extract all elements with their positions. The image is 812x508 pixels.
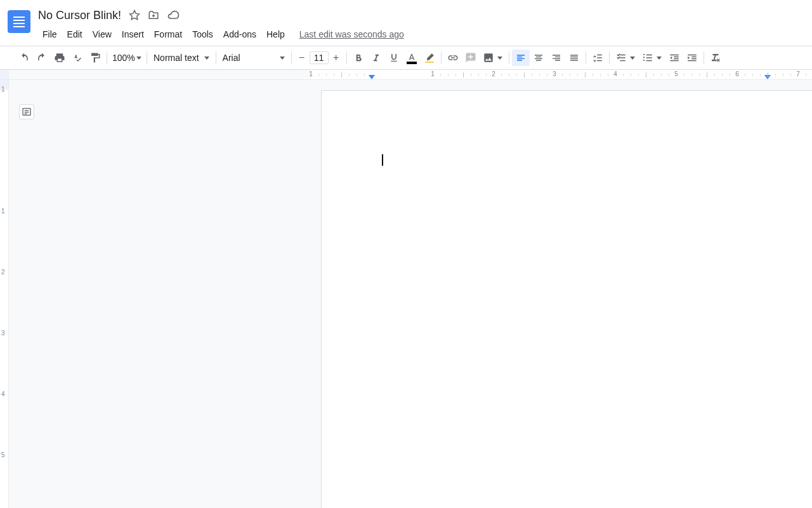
separator	[346, 51, 347, 64]
horizontal-ruler[interactable]: 11234567	[0, 70, 812, 80]
separator	[586, 51, 586, 64]
increase-indent-button[interactable]	[683, 50, 701, 66]
line-spacing-button[interactable]	[589, 50, 606, 66]
star-icon[interactable]	[129, 10, 140, 21]
menu-format[interactable]: Format	[150, 27, 187, 42]
separator	[107, 51, 107, 64]
title-area: No Cursor Blink! File Edit View Insert F…	[38, 5, 812, 42]
separator	[609, 51, 610, 64]
document-title[interactable]: No Cursor Blink!	[38, 9, 121, 22]
zoom-value: 100%	[112, 53, 135, 63]
dropdown-arrow-icon	[657, 57, 665, 60]
zoom-select[interactable]: 100%	[110, 53, 144, 63]
document-outline-button[interactable]	[19, 104, 34, 119]
dropdown-arrow-icon	[630, 57, 639, 60]
redo-button[interactable]	[33, 50, 51, 66]
dropdown-arrow-icon	[280, 57, 285, 60]
italic-button[interactable]	[367, 50, 385, 66]
paragraph-style-select[interactable]: Normal text	[150, 53, 213, 63]
separator	[291, 51, 292, 64]
dropdown-arrow-icon	[136, 57, 141, 60]
dropdown-arrow-icon	[204, 57, 209, 60]
menu-file[interactable]: File	[38, 27, 62, 42]
style-value: Normal text	[154, 53, 199, 63]
underline-button[interactable]	[385, 50, 403, 66]
font-size-input[interactable]	[310, 51, 329, 64]
undo-button[interactable]	[15, 50, 33, 66]
cloud-status-icon[interactable]	[167, 9, 180, 22]
ruler-track: 11234567	[9, 70, 812, 79]
print-button[interactable]	[51, 50, 69, 66]
insert-image-button[interactable]	[480, 50, 506, 66]
toolbar: 100% Normal text Arial − +	[0, 46, 812, 70]
last-edit-link[interactable]: Last edit was seconds ago	[299, 29, 404, 39]
align-center-button[interactable]	[530, 50, 547, 66]
left-indent-marker[interactable]	[368, 75, 376, 80]
separator	[147, 51, 147, 64]
menu-edit[interactable]: Edit	[63, 27, 87, 42]
separator	[441, 51, 442, 64]
docs-logo-icon[interactable]	[8, 10, 30, 33]
font-select[interactable]: Arial	[219, 53, 289, 63]
paint-format-button[interactable]	[86, 50, 104, 66]
align-justify-button[interactable]	[565, 50, 583, 66]
document-page[interactable]	[321, 90, 812, 508]
move-icon[interactable]	[148, 10, 159, 21]
font-size-group: − +	[294, 50, 344, 65]
menu-insert[interactable]: Insert	[117, 27, 148, 42]
dropdown-arrow-icon	[497, 57, 506, 60]
align-left-button[interactable]	[512, 50, 530, 66]
header: No Cursor Blink! File Edit View Insert F…	[0, 0, 812, 46]
clear-formatting-button[interactable]	[707, 50, 724, 66]
menu-view[interactable]: View	[88, 27, 116, 42]
checklist-button[interactable]	[612, 50, 639, 66]
canvas[interactable]	[9, 80, 812, 508]
font-value: Arial	[223, 53, 240, 63]
insert-link-button[interactable]	[444, 50, 462, 66]
menu-bar: File Edit View Insert Format Tools Add-o…	[38, 27, 812, 42]
bulleted-list-button[interactable]	[639, 50, 665, 66]
text-cursor	[382, 154, 383, 166]
editor-body: 112345	[0, 80, 812, 508]
menu-addons[interactable]: Add-ons	[219, 27, 261, 42]
ruler-corner	[0, 70, 9, 79]
separator	[704, 51, 704, 64]
decrease-font-size-button[interactable]: −	[294, 50, 310, 65]
separator	[216, 51, 216, 64]
vruler-page-area	[0, 90, 8, 508]
logo-area	[0, 5, 38, 33]
title-row: No Cursor Blink!	[38, 6, 812, 24]
decrease-indent-button[interactable]	[665, 50, 683, 66]
separator	[509, 51, 509, 64]
menu-help[interactable]: Help	[262, 27, 289, 42]
increase-font-size-button[interactable]: +	[329, 50, 344, 65]
menu-tools[interactable]: Tools	[188, 27, 218, 42]
spellcheck-button[interactable]	[69, 50, 86, 66]
svg-marker-0	[130, 11, 140, 20]
highlight-color-button[interactable]	[421, 50, 438, 66]
add-comment-button[interactable]	[462, 50, 480, 66]
bold-button[interactable]	[350, 50, 367, 66]
text-color-button[interactable]	[403, 50, 421, 66]
vertical-ruler[interactable]: 112345	[0, 80, 9, 508]
align-right-button[interactable]	[547, 50, 565, 66]
